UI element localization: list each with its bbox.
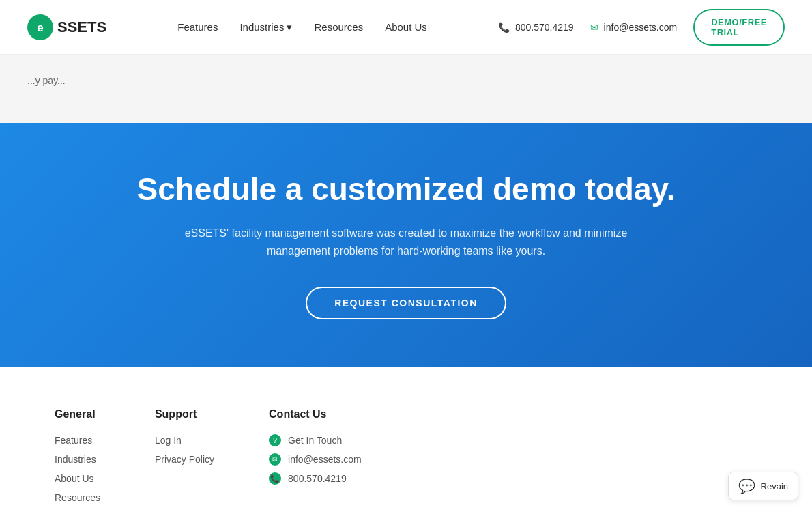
demo-subtitle: eSSETS' facility management software was… (174, 225, 638, 259)
phone-icon: 📞 (498, 22, 510, 33)
footer-support-col: Support Log In Privacy Policy (155, 408, 214, 511)
footer-general-heading: General (55, 408, 100, 420)
footer-support-links: Log In Privacy Policy (155, 434, 214, 466)
nav-links: Features Industries ▾ Resources About Us (177, 21, 427, 33)
nav-email-link[interactable]: ✉ info@essets.com (590, 22, 678, 33)
chevron-down-icon: ▾ (287, 21, 292, 33)
footer-link-about: About Us (55, 472, 100, 485)
footer-contact-get-in-touch: ? Get In Touch (269, 434, 362, 446)
footer-link-resources: Resources (55, 491, 100, 504)
demo-free-trial-button[interactable]: DEMO/FREETRIAL (693, 9, 785, 46)
logo[interactable]: e SSETS (27, 14, 106, 40)
email-icon: ✉ (590, 22, 598, 33)
nav-features[interactable]: Features (177, 21, 218, 33)
nav-industries[interactable]: Industries ▾ (240, 21, 292, 33)
revain-label: Revain (761, 481, 788, 491)
footer-contact-items: ? Get In Touch ✉ info@essets.com 📞 800.5… (269, 434, 362, 485)
contact-email-icon: ✉ (269, 453, 281, 466)
nav-about-us[interactable]: About Us (385, 21, 427, 33)
footer-link-industries: Industries (55, 453, 100, 466)
logo-text: SSETS (57, 18, 106, 36)
contact-phone-icon: 📞 (269, 472, 281, 485)
footer-contact-col: Contact Us ? Get In Touch ✉ info@essets.… (269, 408, 362, 511)
nav-contact: 📞 800.570.4219 ✉ info@essets.com DEMO/FR… (498, 9, 785, 46)
footer-contact-email: ✉ info@essets.com (269, 453, 362, 466)
revain-icon: 💬 (738, 478, 755, 494)
nav-phone-link[interactable]: 📞 800.570.4219 (498, 22, 574, 33)
request-consultation-button[interactable]: REQUEST CONSULTATION (306, 287, 506, 319)
demo-section: Schedule a customized demo today. eSSETS… (0, 123, 812, 367)
svg-text:e: e (37, 20, 44, 33)
footer-link-privacy: Privacy Policy (155, 453, 214, 466)
top-grey-section: ...y pay... (0, 55, 812, 123)
footer-support-heading: Support (155, 408, 214, 420)
footer: General Features Industries About Us Res… (0, 367, 812, 514)
top-section-text: ...y pay... (27, 75, 641, 86)
footer-general-links: Features Industries About Us Resources (55, 434, 100, 504)
contact-question-icon: ? (269, 434, 281, 446)
footer-link-features: Features (55, 434, 100, 446)
footer-contact-phone: 📞 800.570.4219 (269, 472, 362, 485)
footer-columns: General Features Industries About Us Res… (55, 408, 757, 511)
demo-title: Schedule a customized demo today. (27, 171, 785, 208)
nav-resources[interactable]: Resources (314, 21, 363, 33)
footer-link-login: Log In (155, 434, 214, 446)
footer-general-col: General Features Industries About Us Res… (55, 408, 100, 511)
logo-icon: e (27, 14, 53, 40)
footer-contact-heading: Contact Us (269, 408, 362, 420)
revain-widget[interactable]: 💬 Revain (728, 472, 798, 500)
navbar: e SSETS Features Industries ▾ Resources … (0, 0, 812, 55)
